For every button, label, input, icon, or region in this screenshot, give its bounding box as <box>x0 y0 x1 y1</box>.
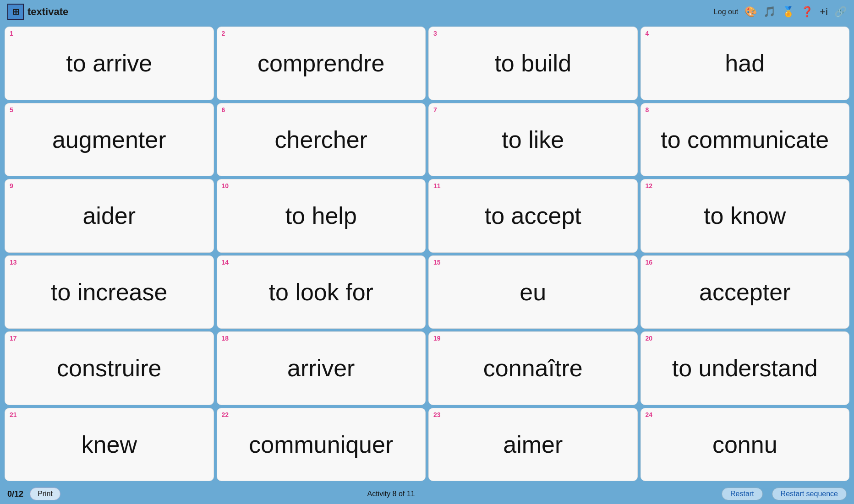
score-display: 0/12 <box>7 489 23 499</box>
logo-icon: ⊞ <box>7 4 24 20</box>
card-number-label: 1 <box>10 30 13 37</box>
card-19[interactable]: 19connaître <box>428 331 638 405</box>
card-number-label: 11 <box>433 182 441 190</box>
card-text-label: connu <box>708 431 782 458</box>
card-number-label: 5 <box>10 106 13 114</box>
card-text-label: to increase <box>46 278 172 306</box>
restart-sequence-button[interactable]: Restart sequence <box>772 488 847 500</box>
music-icon[interactable]: 🎵 <box>763 6 776 18</box>
card-number-label: 21 <box>10 411 17 418</box>
card-14[interactable]: 14to look for <box>217 255 426 329</box>
card-number-label: 17 <box>10 335 17 342</box>
card-1[interactable]: 1to arrive <box>5 27 214 100</box>
card-text-label: construire <box>52 354 166 382</box>
card-number-label: 10 <box>222 182 229 190</box>
card-text-label: to arrive <box>61 49 157 77</box>
card-text-label: knew <box>77 431 142 458</box>
card-text-label: eu <box>515 278 551 306</box>
card-number-label: 18 <box>222 335 229 342</box>
card-text-label: augmenter <box>48 126 171 153</box>
cards-grid: 1to arrive2comprendre3to build4had5augme… <box>0 24 854 484</box>
help-icon[interactable]: ❓ <box>801 6 813 18</box>
card-text-label: communiquer <box>244 431 398 458</box>
card-number-label: 16 <box>646 259 653 266</box>
header: ⊞ textivate Log out 🎨 🎵 🏅 ❓ +i 🔗 <box>0 0 854 24</box>
card-text-label: had <box>720 49 769 77</box>
card-text-label: to communicate <box>656 126 833 153</box>
card-15[interactable]: 15eu <box>428 255 638 329</box>
card-number-label: 3 <box>433 30 437 37</box>
footer: 0/12 Print Activity 8 of 11 Restart Rest… <box>0 484 854 504</box>
card-20[interactable]: 20to understand <box>640 331 850 405</box>
card-23[interactable]: 23aimer <box>428 408 638 482</box>
card-number-label: 2 <box>222 30 225 37</box>
card-number-label: 20 <box>646 335 653 342</box>
card-text-label: connaître <box>479 354 587 382</box>
card-number-label: 22 <box>222 411 229 418</box>
card-number-label: 12 <box>646 182 653 190</box>
logout-button[interactable]: Log out <box>714 8 738 16</box>
card-9[interactable]: 9aider <box>5 179 214 253</box>
card-4[interactable]: 4had <box>640 27 850 100</box>
card-text-label: comprendre <box>253 49 389 77</box>
restart-button[interactable]: Restart <box>722 488 763 500</box>
palette-icon[interactable]: 🎨 <box>745 6 757 18</box>
card-text-label: to accept <box>480 202 586 229</box>
card-17[interactable]: 17construire <box>5 331 214 405</box>
card-number-label: 24 <box>646 411 653 418</box>
card-text-label: arriver <box>283 354 359 382</box>
card-text-label: to build <box>490 49 576 77</box>
header-right: Log out 🎨 🎵 🏅 ❓ +i 🔗 <box>714 6 847 18</box>
card-number-label: 9 <box>10 182 13 190</box>
card-number-label: 4 <box>646 30 649 37</box>
card-text-label: aimer <box>498 431 567 458</box>
card-text-label: to look for <box>264 278 378 306</box>
card-number-label: 23 <box>433 411 441 418</box>
card-text-label: aider <box>78 202 140 229</box>
card-2[interactable]: 2comprendre <box>217 27 426 100</box>
card-12[interactable]: 12to know <box>640 179 850 253</box>
card-13[interactable]: 13to increase <box>5 255 214 329</box>
card-16[interactable]: 16accepter <box>640 255 850 329</box>
card-text-label: chercher <box>270 126 372 153</box>
card-8[interactable]: 8to communicate <box>640 103 850 177</box>
card-3[interactable]: 3to build <box>428 27 638 100</box>
card-5[interactable]: 5augmenter <box>5 103 214 177</box>
card-number-label: 13 <box>10 259 17 266</box>
card-number-label: 15 <box>433 259 441 266</box>
app-title: textivate <box>27 6 68 18</box>
card-22[interactable]: 22communiquer <box>217 408 426 482</box>
card-18[interactable]: 18arriver <box>217 331 426 405</box>
card-24[interactable]: 24connu <box>640 408 850 482</box>
share-icon[interactable]: 🔗 <box>834 6 847 18</box>
card-6[interactable]: 6chercher <box>217 103 426 177</box>
card-number-label: 7 <box>433 106 437 114</box>
card-text-label: to understand <box>668 354 822 382</box>
award-icon[interactable]: 🏅 <box>782 6 794 18</box>
card-21[interactable]: 21knew <box>5 408 214 482</box>
card-text-label: accepter <box>695 278 795 306</box>
card-10[interactable]: 10to help <box>217 179 426 253</box>
logo: ⊞ textivate <box>7 4 68 20</box>
plus-i-icon[interactable]: +i <box>820 6 828 18</box>
card-7[interactable]: 7to like <box>428 103 638 177</box>
card-number-label: 8 <box>646 106 649 114</box>
footer-buttons: Restart Restart sequence <box>722 488 847 500</box>
activity-info: Activity 8 of 11 <box>367 490 415 498</box>
print-button[interactable]: Print <box>30 488 60 500</box>
card-text-label: to help <box>281 202 361 229</box>
card-number-label: 6 <box>222 106 225 114</box>
card-number-label: 14 <box>222 259 229 266</box>
card-11[interactable]: 11to accept <box>428 179 638 253</box>
card-text-label: to like <box>497 126 569 153</box>
card-text-label: to know <box>699 202 790 229</box>
card-number-label: 19 <box>433 335 441 342</box>
